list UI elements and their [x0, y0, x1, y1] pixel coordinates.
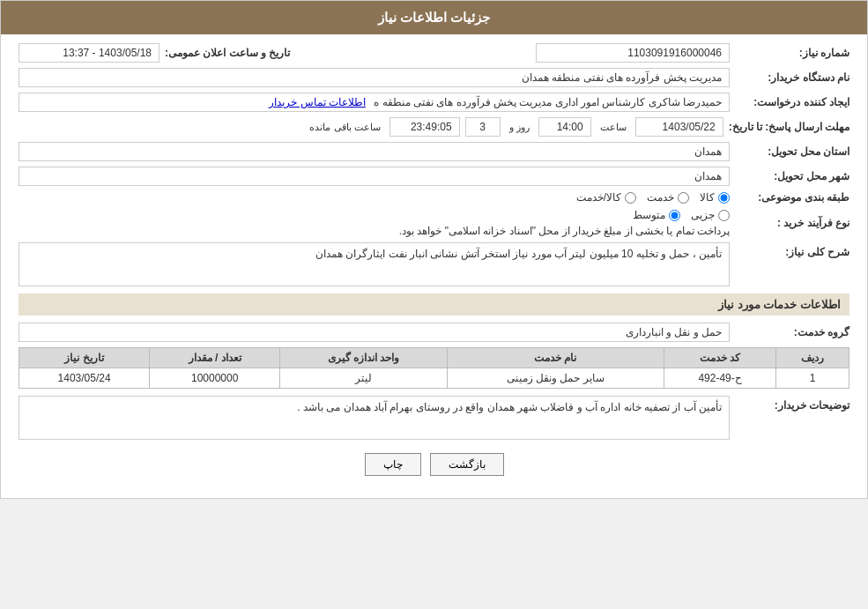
tabaghe-row: طبقه بندی موضوعی: کالا خدمت کالا/خدمت — [19, 191, 849, 204]
col-namKhedmat: نام خدمت — [447, 348, 664, 368]
khadamat-header: اطلاعات خدمات مورد نیاز — [19, 293, 849, 316]
mohlat-baghimande: 23:49:05 — [389, 117, 460, 137]
shahr-label: شهر محل تحویل: — [735, 170, 849, 182]
radio-jozi-label: جزیی — [691, 209, 715, 221]
namDastgah-row: نام دستگاه خریدار: مدیریت پخش فرآورده ها… — [19, 68, 849, 87]
sharh-label: شرح کلی نیاز: — [735, 242, 849, 258]
groheKhedmat-value: حمل و نقل و انبارداری — [19, 323, 730, 342]
mohlat-roz: 3 — [465, 117, 501, 137]
col-radif: ردیف — [776, 348, 849, 368]
namDastgah-value: مدیریت پخش فرآورده های نفتی منطقه همدان — [19, 68, 730, 87]
table-row: 1ح-49-492سایر حمل ونقل زمینیلیتر10000000… — [19, 368, 849, 389]
groheKhedmat-label: گروه خدمت: — [735, 326, 849, 338]
radio-kala-input[interactable] — [718, 192, 730, 204]
tarikh-label: تاریخ و ساعت اعلان عمومی: — [165, 47, 290, 59]
radio-motavasset-input[interactable] — [669, 210, 680, 221]
col-tarikh: تاریخ نیاز — [19, 348, 150, 368]
print-button[interactable]: چاپ — [365, 453, 421, 476]
shomareNiaz-row: شماره نیاز: 1103091916000046 تاریخ و ساع… — [19, 43, 849, 63]
col-vahed: واحد اندازه گیری — [280, 348, 448, 368]
radio-kala-khedmat: کالا/خدمت — [576, 191, 636, 204]
mohlat-saat: 14:00 — [538, 117, 591, 137]
noeFarayand-text: پرداخت تمام یا بخشی از مبلغ خریدار از مح… — [19, 225, 730, 237]
noeFarayand-row: نوع فرآیند خرید : جزیی متوسط پرداخت تمام… — [19, 209, 849, 237]
sharh-row: شرح کلی نیاز: تأمین ، حمل و تخلیه 10 میل… — [19, 242, 849, 286]
contact-info-link[interactable]: اطلاعات تماس خریدار — [269, 96, 366, 108]
sharh-value: تأمین ، حمل و تخلیه 10 میلیون لیتر آب مو… — [19, 242, 730, 286]
noeFarayand-content: جزیی متوسط پرداخت تمام یا بخشی از مبلغ خ… — [19, 209, 730, 237]
ijadKonande-row: ایجاد کننده درخواست: حمیدرضا شاکری کارشن… — [19, 93, 849, 112]
radio-jozi: جزیی — [691, 209, 730, 221]
radio-motavasset-label: متوسط — [633, 209, 665, 221]
namDastgah-label: نام دستگاه خریدار: — [735, 71, 849, 84]
ijadKonande-label: ایجاد کننده درخواست: — [735, 96, 849, 108]
col-tedad: تعداد / مقدار — [150, 348, 280, 368]
radio-khedmat: خدمت — [647, 191, 689, 204]
radio-kala-label: کالا — [700, 191, 715, 204]
ijadKonande-value: حمیدرضا شاکری کارشناس امور اداری مدیریت … — [19, 93, 730, 112]
radio-khedmat-input[interactable] — [678, 192, 689, 204]
mohlat-label: مهلت ارسال پاسخ: تا تاریخ: — [729, 121, 849, 133]
tozi-value: تأمین آب از تصفیه خانه اداره آب و فاضلاب… — [19, 396, 730, 440]
shahr-row: شهر محل تحویل: همدان — [19, 167, 849, 186]
tozi-label: توضیحات خریدار: — [735, 396, 849, 412]
shahr-value: همدان — [19, 167, 730, 186]
shomareNiaz-value: 1103091916000046 — [536, 43, 730, 63]
back-button[interactable]: بازگشت — [430, 453, 504, 476]
groheKhedmat-row: گروه خدمت: حمل و نقل و انبارداری — [19, 323, 849, 342]
shomareNiaz-label: شماره نیاز: — [735, 47, 849, 59]
radio-kala-khedmat-label: کالا/خدمت — [576, 191, 621, 204]
radio-motavasset: متوسط — [633, 209, 680, 221]
service-table: ردیف کد خدمت نام خدمت واحد اندازه گیری ت… — [19, 347, 849, 389]
page-header: جزئیات اطلاعات نیاز — [1, 1, 867, 34]
page-title: جزئیات اطلاعات نیاز — [378, 10, 490, 25]
tozi-row: توضیحات خریدار: تأمین آب از تصفیه خانه ا… — [19, 396, 849, 440]
tarikh-value: 1403/05/18 - 13:37 — [19, 43, 160, 63]
tabaghe-label: طبقه بندی موضوعی: — [735, 191, 849, 204]
mohlat-date: 1403/05/22 — [635, 117, 723, 137]
saat-label: ساعت — [600, 122, 627, 133]
radio-kala-khedmat-input[interactable] — [625, 192, 636, 204]
tabaghe-options: کالا خدمت کالا/خدمت — [576, 191, 730, 204]
radio-khedmat-label: خدمت — [647, 191, 674, 204]
col-kodKhedmat: کد خدمت — [664, 348, 776, 368]
baghimande-label: ساعت باقی مانده — [309, 122, 380, 133]
button-row: بازگشت چاپ — [19, 453, 849, 476]
ostan-row: استان محل تحویل: همدان — [19, 142, 849, 161]
radio-kala: کالا — [700, 191, 730, 204]
ostan-label: استان محل تحویل: — [735, 145, 849, 158]
noeFarayand-label: نوع فرآیند خرید : — [735, 217, 849, 229]
radio-jozi-input[interactable] — [718, 210, 730, 221]
mohlat-row: مهلت ارسال پاسخ: تا تاریخ: 1403/05/22 سا… — [19, 117, 849, 137]
ostan-value: همدان — [19, 142, 730, 161]
roz-label: روز و — [509, 122, 530, 133]
noeFarayand-radios: جزیی متوسط — [19, 209, 730, 221]
